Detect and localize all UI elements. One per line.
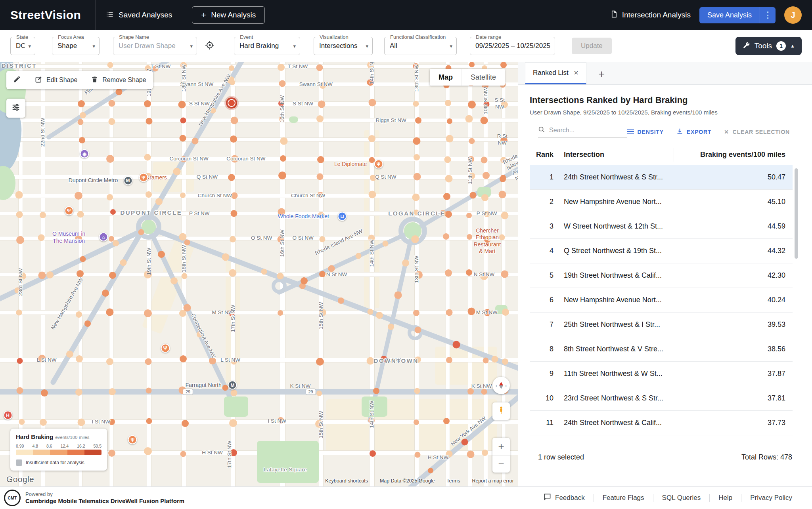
satellite-view-button[interactable]: Satellite: [462, 69, 505, 86]
intersection-dot[interactable]: [230, 210, 237, 217]
intersection-dot[interactable]: [107, 194, 113, 200]
remove-shape-button[interactable]: Remove Shape: [84, 71, 153, 89]
intersection-dot[interactable]: [109, 272, 116, 279]
intersection-dot[interactable]: [46, 271, 54, 278]
kebab-menu-button[interactable]: ⋮: [760, 7, 776, 23]
intersection-dot[interactable]: [144, 309, 152, 317]
table-row[interactable]: 6New Hampshire Avenue Nort...40.24: [530, 288, 793, 313]
intersection-dot[interactable]: [16, 212, 23, 218]
footer-link-privacy-policy[interactable]: Privacy Policy: [741, 494, 801, 502]
intersection-dot[interactable]: [113, 240, 119, 246]
clear-selection-button[interactable]: ✕ CLEAR SELECTION: [724, 129, 790, 135]
intersection-dot[interactable]: [317, 156, 324, 163]
intersection-dot[interactable]: [231, 117, 238, 124]
intersection-dot[interactable]: [40, 212, 46, 218]
intersection-dot[interactable]: [413, 137, 421, 145]
tab-ranked-list[interactable]: Ranked List ✕: [525, 62, 586, 84]
intersection-dot[interactable]: [77, 211, 84, 217]
intersection-dot[interactable]: [109, 388, 116, 395]
intersection-dot[interactable]: [173, 168, 181, 175]
restaurant-icon[interactable]: Ψ: [374, 160, 383, 169]
column-header-value[interactable]: Braking events/100 miles: [674, 148, 793, 162]
intersection-dot[interactable]: [338, 297, 344, 304]
intersection-dot[interactable]: [367, 357, 374, 365]
intersection-dot[interactable]: [453, 341, 460, 349]
intersection-dot[interactable]: [402, 259, 409, 267]
intersection-dot[interactable]: [466, 269, 472, 276]
intersection-dot[interactable]: [146, 388, 152, 394]
intersection-dot[interactable]: [66, 351, 73, 358]
intersection-dot[interactable]: [180, 451, 186, 457]
column-header-rank[interactable]: Rank: [530, 151, 557, 159]
intersection-dot[interactable]: [279, 80, 285, 87]
intersection-dot[interactable]: [413, 173, 421, 180]
map-canvas[interactable]: Edit Shape Remove Shape Map Satellite Ha…: [0, 62, 518, 486]
intersection-dot[interactable]: [182, 420, 189, 427]
map-view-button[interactable]: Map: [430, 69, 462, 86]
intersection-dot[interactable]: [468, 101, 476, 109]
table-row[interactable]: 911th Street Northwest & W St...37.87: [530, 362, 793, 386]
intersection-dot[interactable]: [79, 137, 85, 143]
intersection-dot[interactable]: [229, 419, 237, 427]
intersection-dot[interactable]: [231, 390, 237, 397]
intersection-dot[interactable]: [482, 450, 488, 456]
attraction-icon[interactable]: ◉: [80, 149, 89, 158]
intersection-dot[interactable]: [146, 418, 152, 424]
intersection-dot[interactable]: [106, 155, 114, 163]
intersection-dot[interactable]: [179, 135, 186, 141]
search-input[interactable]: [548, 126, 627, 134]
intersection-dot[interactable]: [445, 175, 452, 183]
intersection-dot[interactable]: [16, 310, 22, 316]
intersection-dot[interactable]: [170, 277, 178, 284]
attribution-link[interactable]: Map Data ©2025 Google: [380, 478, 435, 484]
intersection-dot[interactable]: [481, 117, 488, 124]
intersection-dot[interactable]: [108, 450, 115, 457]
intersection-dot[interactable]: [108, 100, 115, 107]
intersection-dot[interactable]: [278, 64, 285, 71]
intersection-dot[interactable]: [376, 312, 383, 319]
intersection-dot[interactable]: [76, 355, 83, 362]
saved-analyses-button[interactable]: Saved Analyses: [95, 0, 182, 30]
intersection-dot[interactable]: [144, 447, 152, 455]
intersection-dot[interactable]: [414, 452, 420, 458]
intersection-dot[interactable]: [319, 236, 325, 242]
intersection-dot[interactable]: [80, 256, 86, 262]
attribution-link[interactable]: Keyboard shortcuts: [325, 478, 368, 484]
intersection-dot[interactable]: [75, 389, 82, 396]
restaurant-icon[interactable]: Ψ: [64, 206, 73, 215]
table-row[interactable]: 124th Street Northwest & S Str...50.47: [530, 165, 793, 190]
intersection-dot[interactable]: [446, 135, 453, 143]
intersection-dot[interactable]: [447, 118, 452, 124]
intersection-dot[interactable]: [443, 418, 450, 424]
footer-link-feature-flags[interactable]: Feature Flags: [594, 494, 653, 502]
intersection-dot[interactable]: [78, 100, 85, 107]
table-scrollbar[interactable]: [795, 168, 798, 259]
intersection-dot[interactable]: [318, 101, 325, 108]
intersection-dot[interactable]: [40, 419, 47, 426]
compass-control[interactable]: ‹›: [492, 377, 510, 394]
intersection-dot[interactable]: [483, 358, 489, 364]
intersection-dot[interactable]: [229, 65, 234, 71]
density-button[interactable]: DENSITY: [627, 129, 664, 135]
new-analysis-button[interactable]: + New Analysis: [192, 6, 265, 24]
intersection-dot[interactable]: [261, 269, 267, 275]
intersection-dot[interactable]: [502, 358, 508, 365]
intersection-dot[interactable]: [180, 355, 187, 362]
close-icon[interactable]: ✕: [574, 69, 579, 76]
intersection-dot[interactable]: [77, 270, 84, 277]
intersection-dot[interactable]: [80, 112, 86, 118]
intersection-dot[interactable]: [411, 235, 419, 243]
intersection-dot[interactable]: [38, 234, 45, 241]
intersection-dot[interactable]: [280, 155, 286, 162]
intersection-dot[interactable]: [230, 236, 236, 242]
intersection-dot[interactable]: [368, 99, 376, 107]
table-row[interactable]: 88th Street Northwest & V Stre...38.56: [530, 337, 793, 362]
intersection-dot[interactable]: [446, 309, 453, 316]
intersection-dot[interactable]: [445, 100, 451, 106]
intersection-dot[interactable]: [316, 358, 324, 366]
intersection-dot[interactable]: [413, 310, 419, 316]
intersection-dot[interactable]: [107, 62, 113, 68]
intersection-dot[interactable]: [316, 391, 322, 396]
intersection-dot[interactable]: [222, 385, 228, 391]
intersection-dot[interactable]: [144, 154, 151, 161]
